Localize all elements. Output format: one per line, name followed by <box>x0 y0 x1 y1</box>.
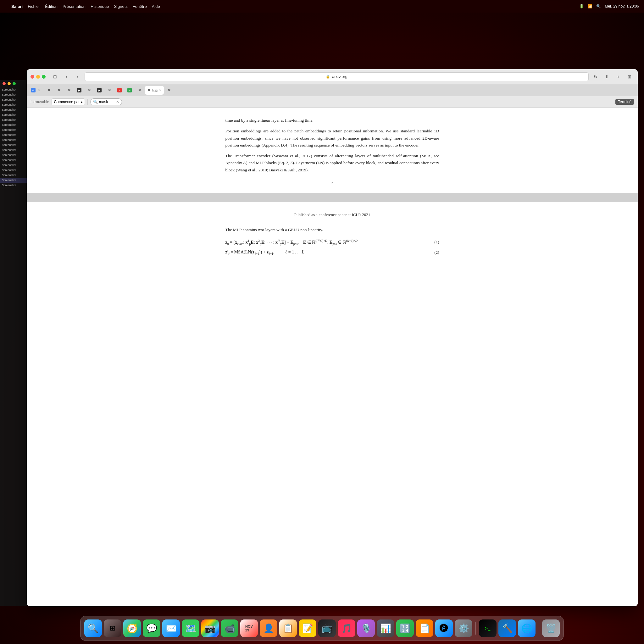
find-search-wrapper[interactable]: 🔍 ✕ <box>90 98 122 105</box>
dock-app-music[interactable]: 🎵 <box>338 619 355 637</box>
sidebar-item[interactable]: Screenshot <box>0 183 28 188</box>
dock-app-systemprefs[interactable]: ⚙️ <box>455 619 472 637</box>
dock-app-facetime[interactable]: 📹 <box>221 619 238 637</box>
tab-favicon-7: ▶ <box>97 88 102 92</box>
reload-button[interactable]: ↻ <box>591 72 600 81</box>
page-content[interactable]: time and by a single linear layer at fin… <box>27 108 638 606</box>
tab-3[interactable]: ✕ <box>54 86 64 95</box>
tab-close-1[interactable]: ✕ <box>37 88 41 92</box>
sidebar-item[interactable]: Screenshot <box>0 137 28 142</box>
sidebar-item-active[interactable]: Screenshot <box>0 178 28 183</box>
maximize-button[interactable] <box>42 75 46 79</box>
find-done-button[interactable]: Terminé <box>615 99 634 105</box>
dock-app-launchpad[interactable]: ⊞ <box>104 619 121 637</box>
sidebar-dot-green[interactable] <box>13 82 16 85</box>
dock-app-mail[interactable]: ✉️ <box>162 619 180 637</box>
minimize-button[interactable] <box>36 75 40 79</box>
address-bar[interactable]: 🔒 arxiv.org <box>85 72 589 81</box>
menubar-signets[interactable]: Signets <box>114 4 127 9</box>
dock-app-numbers[interactable]: 🔢 <box>396 619 414 637</box>
find-search-input[interactable] <box>99 100 115 104</box>
dock-app-podcasts[interactable]: 🎙️ <box>357 619 375 637</box>
dock-app-photos[interactable]: 📷 <box>201 619 219 637</box>
sidebar-item[interactable]: Screenshot <box>0 117 28 122</box>
tab-1[interactable]: G ✕ <box>29 86 44 95</box>
tab-favicon-6: ✕ <box>87 88 92 92</box>
menubar-aide[interactable]: Aide <box>152 4 160 9</box>
tab-7[interactable]: ▶ <box>95 86 104 95</box>
share-button[interactable]: ⬆ <box>602 72 611 81</box>
equation-2: z′ℓ = MSA(LN(zℓ−1)) + zℓ−1, ℓ = 1 . . . … <box>225 249 439 256</box>
close-button[interactable] <box>31 75 34 79</box>
tab-9[interactable]: ! <box>115 86 124 95</box>
dock-app-appstore[interactable]: 🅐 <box>435 619 453 637</box>
find-clear-icon[interactable]: ✕ <box>116 100 119 104</box>
tab-5[interactable]: ▶ <box>75 86 84 95</box>
sidebar-controls <box>0 80 28 87</box>
tab-4[interactable]: ✕ <box>64 86 74 95</box>
sidebar-item[interactable]: Screenshot <box>0 97 28 102</box>
menubar-fenetre[interactable]: Fenêtre <box>133 4 147 9</box>
sidebar-item[interactable]: Screenshot <box>0 127 28 132</box>
dock-app-notes[interactable]: 📝 <box>299 619 316 637</box>
tab-last[interactable]: ✕ <box>164 86 174 95</box>
new-tab-button[interactable]: + <box>614 72 623 81</box>
sidebar-item[interactable]: Screenshot <box>0 158 28 163</box>
dock-app-reminders[interactable]: 📋 <box>279 619 297 637</box>
menubar-fichier[interactable]: Fichier <box>28 4 40 9</box>
sidebar-item[interactable]: Screenshot <box>0 87 28 92</box>
dock-app-xcode[interactable]: 🔨 <box>498 619 516 637</box>
sidebar-item[interactable]: Screenshot <box>0 153 28 158</box>
sidebar-item[interactable]: Screenshot <box>0 147 28 153</box>
dock-app-finder[interactable]: 🔍 <box>84 619 102 637</box>
dock-app-contacts[interactable]: 👤 <box>260 619 277 637</box>
sidebar-item[interactable]: Screenshot <box>0 92 28 97</box>
dock-app-terminal[interactable]: >_ <box>479 619 497 637</box>
sidebar-dot-yellow[interactable] <box>8 82 11 85</box>
tab-11[interactable]: ✕ <box>135 86 144 95</box>
dock-app-messages[interactable]: 💬 <box>143 619 160 637</box>
dock-app-trash[interactable]: 🗑️ <box>542 619 560 637</box>
dock-divider-2 <box>539 622 539 635</box>
find-commence-wrapper[interactable]: Commence par ▸ <box>52 98 85 105</box>
sidebar-item[interactable]: Screenshot <box>0 107 28 112</box>
tab-6[interactable]: ✕ <box>85 86 94 95</box>
browser-toolbar: ⊟ ‹ › 🔒 arxiv.org ↻ ⬆ + ⊞ <box>27 69 638 84</box>
tabs-overview-button[interactable]: ⊞ <box>625 72 634 81</box>
equation-2-content: z′ℓ = MSA(LN(zℓ−1)) + zℓ−1, ℓ = 1 . . . … <box>225 249 304 256</box>
paragraph-3: The Transformer encoder (Vaswani et al.,… <box>225 153 439 174</box>
sidebar-item[interactable]: Screenshot <box>0 112 28 117</box>
menubar-edition[interactable]: Édition <box>45 4 58 9</box>
tab-10[interactable]: N <box>125 86 134 95</box>
tab-active[interactable]: ✕ https://... ✕ <box>145 86 164 95</box>
dock-app-maps[interactable]: 🗺️ <box>182 619 199 637</box>
eq1-number: (1) <box>434 239 439 246</box>
sidebar-item[interactable]: Screenshot <box>0 173 28 178</box>
dock-app-pages[interactable]: 📄 <box>416 619 433 637</box>
dock-app-safari[interactable]: 🧭 <box>123 619 141 637</box>
sidebar-dot-red[interactable] <box>3 82 6 85</box>
sidebar-item[interactable]: Screenshot <box>0 142 28 147</box>
sidebar-item[interactable]: Screenshot <box>0 122 28 127</box>
sidebar-item[interactable]: Screenshot <box>0 163 28 168</box>
sidebar-toggle-button[interactable]: ⊟ <box>51 72 59 81</box>
dock-app-controlcenter[interactable]: 🌐 <box>518 619 536 637</box>
sidebar-item[interactable]: Screenshot <box>0 102 28 107</box>
dock-app-tv[interactable]: 📺 <box>318 619 336 637</box>
menubar-historique[interactable]: Historique <box>91 4 109 9</box>
tab-close-active[interactable]: ✕ <box>159 88 161 92</box>
tab-8[interactable]: ✕ <box>105 86 114 95</box>
back-button[interactable]: ‹ <box>62 72 71 81</box>
search-icon[interactable]: 🔍 <box>596 4 601 8</box>
menubar-presentation[interactable]: Présentation <box>63 4 86 9</box>
sidebar-item[interactable]: Screenshot <box>0 132 28 137</box>
dock-app-keynote[interactable]: 📊 <box>377 619 394 637</box>
calendar-icon: NOV29 <box>245 625 253 632</box>
dock-app-calendar[interactable]: NOV29 <box>240 619 258 637</box>
forward-button[interactable]: › <box>73 72 82 81</box>
tab-2[interactable]: ✕ <box>44 86 54 95</box>
menubar-app-name[interactable]: Safari <box>11 4 23 9</box>
sidebar-item[interactable]: Screenshot <box>0 168 28 173</box>
mlp-text: The MLP contains two layers with a GELU … <box>225 226 439 233</box>
menubar-right: 🔋 📶 🔍 Mer. 29 nov. à 20:06 <box>579 4 639 8</box>
